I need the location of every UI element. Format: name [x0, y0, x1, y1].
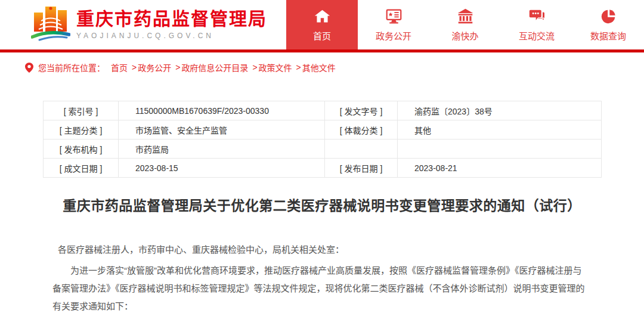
page-title: 重庆市药品监督管理局关于优化第二类医疗器械说明书变更管理要求的通知（试行） — [30, 194, 614, 215]
site-domain: YAOJIANJU.CQ.GOV.CN — [76, 32, 267, 40]
meta-label-written-date: [ 成文日期 ] — [44, 159, 119, 178]
site-title: 重庆市药品监督管理局 — [76, 9, 267, 30]
nav-label: 互动交流 — [519, 29, 555, 42]
breadcrumb-item-info-directory[interactable]: 政府信息公开目录 — [181, 61, 248, 73]
table-row: [ 主题分类 ] 市场监管、安全生产监管 [ 体裁分类 ] 其他 — [44, 120, 602, 140]
breadcrumb-prefix: 您当前所在位置： — [38, 61, 105, 73]
meta-label-topic-category: [ 主题分类 ] — [44, 120, 119, 140]
article-salutation: 各医疗器械注册人，市药审中心、重庆器械检验中心，局机关相关处室： — [52, 241, 590, 259]
nav-item-home[interactable]: 首页 — [286, 0, 358, 49]
meta-label-empty — [325, 140, 398, 159]
breadcrumb-item-policy-files[interactable]: 政策文件 — [259, 61, 292, 73]
cq-mpa-building-logo-icon — [31, 5, 70, 44]
breadcrumb-separator: > — [175, 63, 180, 72]
location-pin-icon — [25, 63, 33, 73]
breadcrumb-item-government-affairs[interactable]: 政务公开 — [138, 61, 171, 73]
table-row: [ 索引号 ] 11500000MB1670639F/2023-00330 [ … — [44, 101, 602, 120]
table-row: [ 成文日期 ] 2023-08-15 [ 发布日期 ] 2023-08-21 — [44, 159, 602, 178]
pie-chart-icon — [600, 8, 617, 25]
article-body: 各医疗器械注册人，市药审中心、重庆器械检验中心，局机关相关处室： 为进一步落实“… — [52, 241, 590, 313]
header-divider — [0, 49, 644, 52]
article-paragraph: 为进一步落实“放管服”改革和优化营商环境要求，推动医疗器械产业高质量发展，按照《… — [52, 262, 590, 313]
meta-value-index-no: 11500000MB1670639F/2023-00330 — [119, 101, 325, 120]
meta-value-written-date: 2023-08-15 — [119, 159, 325, 178]
nav-item-yukuaiban[interactable]: 渝快办 — [429, 0, 501, 49]
meta-value-publish-date: 2023-08-21 — [398, 159, 602, 178]
nav-label: 数据查询 — [590, 29, 626, 42]
meta-value-genre-category: 其他 — [398, 120, 602, 140]
site-logo-link[interactable]: 重庆市药品监督管理局 YAOJIANJU.CQ.GOV.CN — [31, 5, 267, 44]
breadcrumb-separator: > — [252, 63, 257, 72]
breadcrumb: 您当前所在位置： 首页 > 政务公开 > 政府信息公开目录 > 政策文件 > 其… — [25, 61, 644, 73]
home-icon — [314, 8, 331, 25]
meta-value-topic-category: 市场监管、安全生产监管 — [119, 120, 325, 140]
nav-item-government-affairs[interactable]: 政务公开 — [358, 0, 429, 49]
breadcrumb-separator: > — [296, 63, 301, 72]
meta-value-issuing-agency: 市药监局 — [119, 140, 325, 159]
meta-label-publish-date: [ 发布日期 ] — [325, 159, 398, 178]
meta-label-issuing-agency: [ 发布机构 ] — [44, 140, 119, 159]
breadcrumb-item-home[interactable]: 首页 — [111, 61, 128, 73]
nav-label: 渝快办 — [451, 29, 478, 42]
monitor-document-icon — [385, 8, 402, 25]
site-header: 重庆市药品监督管理局 YAOJIANJU.CQ.GOV.CN 首页 — [0, 0, 644, 49]
nav-item-interaction[interactable]: 互动交流 — [501, 0, 572, 49]
table-row: [ 发布机构 ] 市药监局 — [44, 140, 602, 159]
government-building-icon — [457, 8, 474, 25]
breadcrumb-item-other-files[interactable]: 其他文件 — [302, 61, 336, 73]
nav-label: 政务公开 — [376, 29, 411, 42]
meta-value-doc-no: 渝药监〔2023〕38号 — [398, 101, 602, 120]
main-nav: 首页 政务公开 — [286, 0, 644, 49]
nav-label: 首页 — [313, 29, 331, 42]
meta-label-index-no: [ 索引号 ] — [44, 101, 119, 120]
breadcrumb-separator: > — [132, 63, 137, 72]
nav-item-data-query[interactable]: 数据查询 — [572, 0, 644, 49]
meta-label-doc-no: [ 发文字号 ] — [325, 101, 398, 120]
meta-value-empty — [398, 140, 602, 159]
chat-bubbles-icon — [528, 8, 546, 25]
meta-label-genre-category: [ 体裁分类 ] — [325, 120, 398, 140]
document-meta-table: [ 索引号 ] 11500000MB1670639F/2023-00330 [ … — [43, 101, 602, 178]
